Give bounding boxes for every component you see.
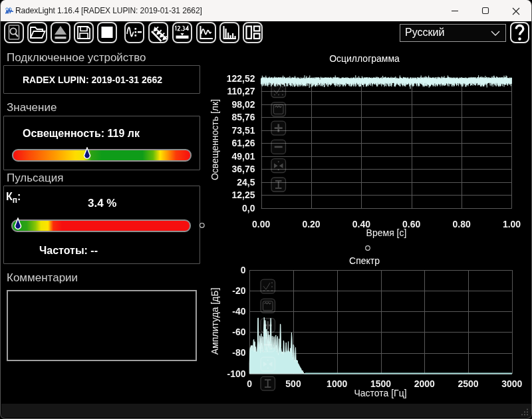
svg-text:110,27: 110,27 [227,86,255,96]
svg-text:49,01: 49,01 [231,151,255,162]
svg-text:Освещенность [лк]: Освещенность [лк] [209,99,220,180]
svg-text:Осциллограмма: Осциллограмма [329,53,400,64]
svg-text:Частота [Гц]: Частота [Гц] [354,388,406,398]
svg-text:1.00: 1.00 [503,219,521,229]
svg-text:Спектр: Спектр [349,255,380,266]
svg-text:0.20: 0.20 [302,219,320,229]
svg-text:24,5: 24,5 [237,177,255,188]
svg-text:500: 500 [285,378,301,389]
svg-text:-20: -20 [232,285,245,296]
svg-text:73,51: 73,51 [231,125,255,136]
svg-text:-100: -100 [227,368,245,379]
svg-text:61,26: 61,26 [231,138,255,148]
svg-text:Амплитуда [дБ]: Амплитуда [дБ] [209,288,220,355]
svg-text:-60: -60 [232,327,245,337]
svg-text:2500: 2500 [458,378,478,389]
svg-text:0: 0 [241,265,246,275]
svg-text:122,52: 122,52 [227,73,255,84]
svg-text:0.80: 0.80 [452,219,470,229]
svg-text:36,76: 36,76 [231,164,255,174]
svg-text:1000: 1000 [327,378,347,389]
svg-text:98,02: 98,02 [231,99,255,110]
svg-text:Время [с]: Время [с] [366,227,407,238]
svg-text:0: 0 [247,378,252,389]
svg-text:12,25: 12,25 [231,190,255,200]
svg-text:-40: -40 [232,306,245,317]
svg-text:2000: 2000 [414,378,435,389]
svg-text:3000: 3000 [501,378,522,389]
svg-text:-80: -80 [232,347,245,358]
svg-text:0,0: 0,0 [242,203,255,213]
svg-text:0.00: 0.00 [252,219,270,229]
svg-text:85,76: 85,76 [231,112,255,122]
